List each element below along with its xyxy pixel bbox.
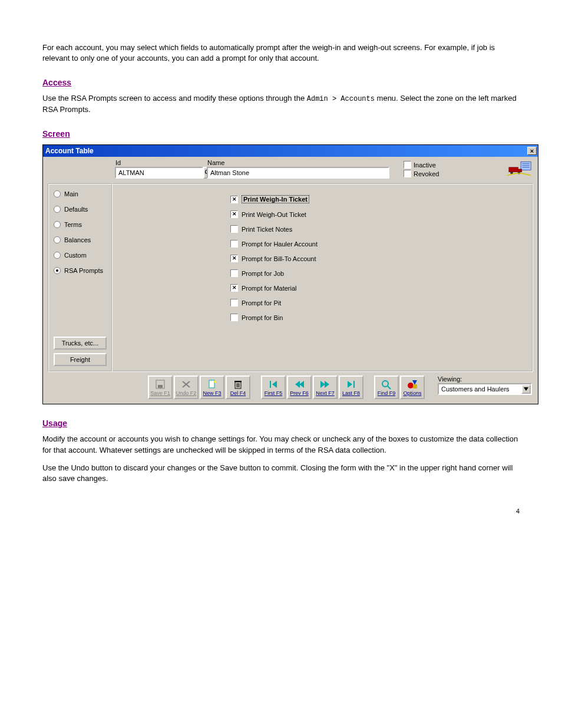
freight-button[interactable]: Freight <box>54 353 107 366</box>
svg-marker-15 <box>214 380 217 383</box>
svg-rect-2 <box>521 162 531 170</box>
viewing-label: Viewing: <box>438 375 532 383</box>
toolbar: Save F1 Undo F2 New F3 Del F4 <box>48 375 533 399</box>
svg-rect-6 <box>509 167 518 172</box>
prompt-label: Prompt for Pit <box>242 299 281 307</box>
page-number: 4 <box>42 508 520 515</box>
toolbar-label: Find F9 <box>378 390 396 396</box>
checkbox-print-weigh-out[interactable] <box>230 210 238 218</box>
sidebar-item-rsa-prompts[interactable]: RSA Prompts <box>54 267 107 274</box>
sidebar-item-main[interactable]: Main <box>54 190 107 197</box>
sidebar-item-label: Main <box>64 190 78 197</box>
sidebar-item-label: Terms <box>64 221 82 228</box>
toolbar-label: Prev F6 <box>290 390 309 396</box>
close-icon: × <box>530 148 534 154</box>
menu-path-text: Admin > Accounts <box>307 95 375 103</box>
svg-marker-27 <box>348 381 352 388</box>
chevron-down-icon <box>524 387 528 391</box>
viewing-select[interactable]: Customers and Haulers <box>438 383 532 395</box>
find-button[interactable]: Find F9 <box>374 375 399 399</box>
inactive-checkbox[interactable] <box>404 161 411 169</box>
next-icon <box>319 379 331 390</box>
prev-icon <box>293 379 305 390</box>
toolbar-label: Save F1 <box>150 390 170 396</box>
svg-point-29 <box>382 381 388 387</box>
prompt-label: Prompt for Bin <box>242 314 283 321</box>
checkbox-prompt-pit[interactable] <box>230 299 238 307</box>
new-button[interactable]: New F3 <box>200 375 224 399</box>
svg-point-31 <box>408 383 414 388</box>
svg-marker-23 <box>295 381 300 388</box>
radio-icon <box>54 190 61 197</box>
paragraph-access: Use the RSA Prompts screen to access and… <box>42 93 520 115</box>
checkbox-prompt-hauler[interactable] <box>230 240 238 248</box>
toolbar-label: Options <box>403 390 421 396</box>
toolbar-label: Last F8 <box>342 390 360 396</box>
toolbar-label: Del F4 <box>230 390 246 396</box>
svg-rect-7 <box>518 169 521 172</box>
sidebar-item-label: Balances <box>64 236 91 243</box>
svg-marker-22 <box>272 381 277 388</box>
heading-access: Access <box>42 78 520 87</box>
prompt-label: Print Weigh-Out Ticket <box>242 211 306 218</box>
prompt-label: Print Weigh-In Ticket <box>242 195 309 203</box>
svg-rect-11 <box>158 385 163 388</box>
svg-line-30 <box>388 386 391 389</box>
svg-rect-28 <box>353 381 355 388</box>
svg-marker-24 <box>299 381 304 388</box>
checkbox-prompt-bin[interactable] <box>230 314 238 321</box>
sidebar-item-terms[interactable]: Terms <box>54 221 107 228</box>
options-button[interactable]: Options <box>400 375 425 399</box>
toolbar-label: First F5 <box>265 390 283 396</box>
sidebar-item-custom[interactable]: Custom <box>54 252 107 259</box>
id-input[interactable] <box>115 167 203 179</box>
heading-screen: Screen <box>42 129 520 139</box>
new-icon <box>206 379 218 390</box>
radio-icon <box>54 252 61 259</box>
svg-marker-26 <box>325 381 329 388</box>
first-icon <box>267 379 279 390</box>
save-button[interactable]: Save F1 <box>148 375 173 399</box>
svg-marker-25 <box>320 381 325 388</box>
prev-button[interactable]: Prev F6 <box>287 375 312 399</box>
account-table-window: Account Table × Id <box>42 144 538 404</box>
prompt-label: Prompt for Bill-To Account <box>242 255 316 262</box>
revoked-label: Revoked <box>414 170 439 177</box>
radio-icon <box>54 221 61 228</box>
next-button[interactable]: Next F7 <box>313 375 338 399</box>
svg-rect-33 <box>413 384 417 388</box>
first-button[interactable]: First F5 <box>261 375 286 399</box>
heading-usage: Usage <box>42 419 520 428</box>
toolbar-label: Undo F2 <box>176 390 197 396</box>
undo-button[interactable]: Undo F2 <box>174 375 199 399</box>
sidebar-item-label: Custom <box>64 252 87 259</box>
checkbox-print-weigh-in[interactable] <box>230 196 238 203</box>
sidebar-item-balances[interactable]: Balances <box>54 236 107 243</box>
prompts-panel: Print Weigh-In Ticket Print Weigh-Out Ti… <box>113 183 533 372</box>
revoked-checkbox[interactable] <box>404 170 411 177</box>
checkbox-prompt-material[interactable] <box>230 284 238 292</box>
toolbar-label: New F3 <box>203 390 221 396</box>
inactive-label: Inactive <box>414 162 436 169</box>
prompt-label: Prompt for Job <box>242 270 284 277</box>
svg-rect-14 <box>209 380 214 388</box>
checkbox-prompt-billto[interactable] <box>230 255 238 262</box>
titlebar: Account Table × <box>43 145 538 157</box>
name-input[interactable] <box>207 167 389 179</box>
paragraph-usage-2: Use the Undo button to discard your chan… <box>42 463 520 484</box>
radio-icon <box>54 206 61 213</box>
close-button[interactable]: × <box>527 147 537 155</box>
del-button[interactable]: Del F4 <box>226 375 250 399</box>
undo-icon <box>180 379 192 390</box>
window-title: Account Table <box>45 147 94 155</box>
save-icon <box>154 379 166 390</box>
svg-rect-20 <box>234 381 242 382</box>
checkbox-print-ticket-notes[interactable] <box>230 225 238 233</box>
last-icon <box>345 379 357 390</box>
prompt-label: Prompt for Material <box>242 285 297 292</box>
sidebar-item-defaults[interactable]: Defaults <box>54 206 107 213</box>
trucks-button[interactable]: Trucks, etc... <box>54 337 107 350</box>
checkbox-prompt-job[interactable] <box>230 269 238 277</box>
last-button[interactable]: Last F8 <box>339 375 363 399</box>
access-prefix-text: Use the RSA Prompts screen to access and… <box>42 94 307 103</box>
